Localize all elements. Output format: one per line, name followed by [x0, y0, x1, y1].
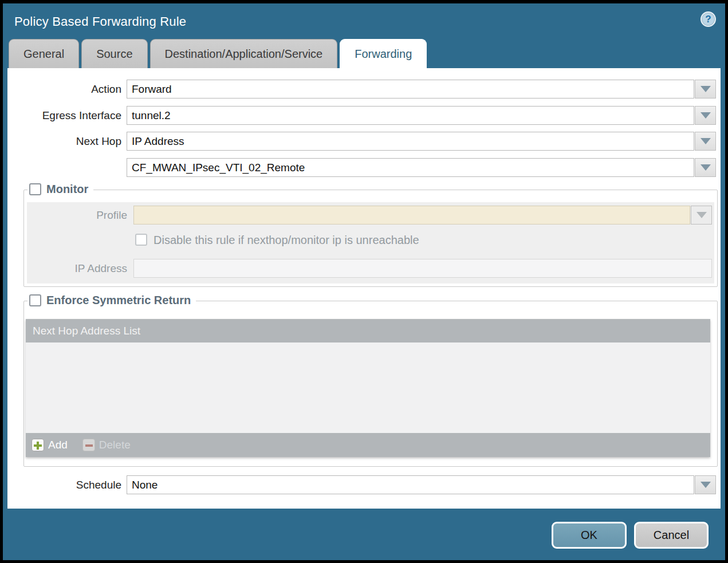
symmetric-return-legend-label: Enforce Symmetric Return: [46, 294, 191, 307]
tab-bar: General Source Destination/Application/S…: [9, 39, 429, 68]
tab-forwarding[interactable]: Forwarding: [340, 39, 427, 68]
monitor-profile-dropdown-button[interactable]: [691, 206, 712, 225]
chevron-down-icon: [701, 164, 711, 171]
add-button[interactable]: Add: [32, 439, 68, 451]
next-hop-label: Next Hop: [7, 132, 121, 151]
monitor-profile-label: Profile: [7, 206, 127, 225]
egress-interface-dropdown-button[interactable]: [695, 106, 716, 125]
table-body-empty[interactable]: [26, 342, 710, 433]
next-hop-address-dropdown-button[interactable]: [695, 158, 716, 177]
action-label: Action: [7, 80, 121, 99]
tab-source[interactable]: Source: [81, 39, 147, 68]
schedule-label: Schedule: [7, 475, 121, 494]
monitor-legend: Monitor: [27, 183, 93, 196]
plus-icon: [32, 439, 44, 451]
dialog-title: Policy Based Forwarding Rule: [14, 14, 186, 29]
schedule-dropdown-button[interactable]: [695, 475, 716, 494]
disable-rule-label: Disable this rule if nexthop/monitor ip …: [154, 234, 419, 246]
table-footer-toolbar: Add Delete: [26, 433, 710, 457]
monitor-checkbox[interactable]: [29, 183, 41, 195]
next-hop-address-list-table: Next Hop Address List Add Delete: [26, 319, 710, 457]
chevron-down-icon: [701, 482, 711, 488]
dialog-window: Policy Based Forwarding Rule ? General S…: [3, 3, 725, 560]
table-header-next-hop-address-list: Next Hop Address List: [26, 319, 710, 342]
help-icon[interactable]: ?: [701, 11, 716, 27]
monitor-legend-label: Monitor: [46, 183, 88, 196]
monitor-profile-input[interactable]: [133, 206, 690, 225]
egress-interface-label: Egress Interface: [7, 106, 121, 125]
symmetric-return-legend: Enforce Symmetric Return: [27, 294, 196, 307]
next-hop-address-input[interactable]: [127, 158, 694, 177]
chevron-down-icon: [696, 212, 707, 218]
forwarding-tab-panel: Action Egress Interface Next Hop Monitor: [7, 68, 721, 509]
tab-general[interactable]: General: [9, 39, 79, 68]
action-input[interactable]: [127, 80, 694, 99]
cancel-button[interactable]: Cancel: [634, 522, 709, 549]
monitor-ip-address-label: IP Address: [7, 259, 127, 278]
delete-button-label: Delete: [99, 439, 131, 451]
monitor-ip-address-input[interactable]: [133, 259, 712, 278]
disable-rule-checkbox[interactable]: [135, 234, 147, 246]
chevron-down-icon: [701, 86, 711, 92]
symmetric-return-checkbox[interactable]: [29, 294, 41, 306]
next-hop-type-dropdown-button[interactable]: [695, 132, 716, 151]
tab-destination-application-service[interactable]: Destination/Application/Service: [150, 39, 338, 68]
ok-button[interactable]: OK: [552, 522, 627, 549]
minus-icon: [82, 439, 95, 451]
action-dropdown-button[interactable]: [695, 80, 716, 99]
delete-button[interactable]: Delete: [82, 439, 131, 451]
next-hop-type-input[interactable]: [127, 132, 694, 151]
add-button-label: Add: [48, 439, 68, 451]
egress-interface-input[interactable]: [127, 106, 694, 125]
chevron-down-icon: [701, 112, 711, 119]
schedule-input[interactable]: [127, 475, 694, 494]
chevron-down-icon: [701, 138, 711, 144]
